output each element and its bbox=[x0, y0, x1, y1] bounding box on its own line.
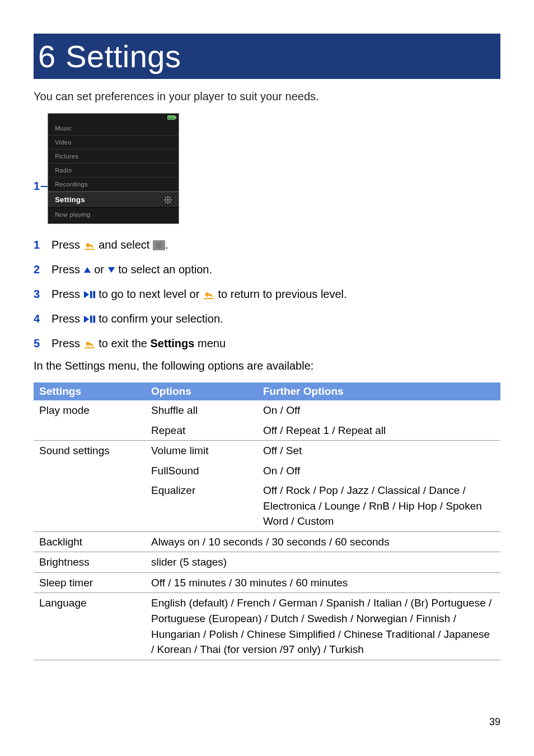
cell-setting: Language bbox=[34, 593, 146, 660]
cell-setting: Sleep timer bbox=[34, 572, 146, 593]
svg-line-5 bbox=[166, 197, 167, 198]
settings-table: Settings Options Further Options Play mo… bbox=[34, 382, 500, 660]
step: 1Press and select . bbox=[34, 236, 500, 253]
battery-icon bbox=[167, 115, 175, 120]
callout-number: 1 bbox=[34, 180, 40, 193]
cell-option: FullSound bbox=[146, 461, 257, 481]
cell-setting: Brightness bbox=[34, 552, 146, 573]
after-steps-text: In the Settings menu, the following opti… bbox=[34, 360, 500, 372]
cell-options-span: Always on / 10 seconds / 30 seconds / 60… bbox=[146, 531, 500, 552]
table-row: Sleep timerOff / 15 minutes / 30 minutes… bbox=[34, 572, 500, 593]
table-header-settings: Settings bbox=[34, 382, 146, 400]
down-triangle-icon bbox=[107, 266, 115, 274]
cell-options-span: slider (5 stages) bbox=[146, 552, 500, 573]
step-number: 2 bbox=[34, 261, 51, 278]
step-text: Press to confirm your selection. bbox=[51, 310, 500, 327]
intro-text: You can set preferences in your player t… bbox=[34, 90, 500, 103]
step: 4Press to confirm your selection. bbox=[34, 310, 500, 327]
cell-option: Equalizer bbox=[146, 480, 257, 531]
table-row: LanguageEnglish (default) / French / Ger… bbox=[34, 593, 500, 660]
step-number: 4 bbox=[34, 310, 51, 327]
play-pause-icon bbox=[83, 290, 96, 299]
menu-item-video: Video bbox=[48, 136, 179, 150]
step-text: Press to exit the Settings menu bbox=[51, 335, 500, 352]
play-pause-icon bbox=[83, 315, 96, 324]
up-triangle-icon bbox=[83, 266, 91, 274]
menu-item-pictures: Pictures bbox=[48, 150, 179, 164]
back-icon bbox=[83, 339, 96, 349]
cell-further: On / Off bbox=[257, 400, 500, 421]
svg-line-7 bbox=[166, 201, 167, 202]
step: 2Press or to select an option. bbox=[34, 261, 500, 278]
gear-icon bbox=[164, 196, 172, 204]
step-text: Press and select . bbox=[51, 236, 500, 253]
step: 3Press to go to next level or to return … bbox=[34, 286, 500, 302]
table-row: RepeatOff / Repeat 1 / Repeat all bbox=[34, 421, 500, 441]
bold-text: Settings bbox=[151, 337, 195, 349]
menu-item-now-playing: Now playing bbox=[48, 208, 179, 223]
device-screenshot-block: 1 Music Video Pictures Radio Recordings … bbox=[34, 113, 534, 224]
svg-point-0 bbox=[167, 199, 169, 201]
cell-setting: Backlight bbox=[34, 531, 146, 552]
cell-options-span: Off / 15 minutes / 30 minutes / 60 minut… bbox=[146, 572, 500, 593]
steps-list: 1Press and select .2Press or to select a… bbox=[34, 236, 500, 352]
cell-setting bbox=[34, 421, 146, 441]
cell-setting: Sound settings bbox=[34, 441, 146, 461]
menu-item-radio: Radio bbox=[48, 164, 179, 178]
menu-item-recordings: Recordings bbox=[48, 178, 179, 192]
cell-option: Shuffle all bbox=[146, 400, 257, 421]
cell-setting bbox=[34, 480, 146, 531]
menu-item-label: Settings bbox=[55, 195, 85, 204]
table-row: FullSoundOn / Off bbox=[34, 461, 500, 481]
chapter-header: 6 Settings bbox=[34, 34, 500, 79]
cell-options-span: English (default) / French / German / Sp… bbox=[146, 593, 500, 660]
step-text: Press to go to next level or to return t… bbox=[51, 286, 500, 302]
cell-option: Repeat bbox=[146, 421, 257, 441]
svg-line-8 bbox=[170, 197, 171, 198]
cell-further: On / Off bbox=[257, 461, 500, 481]
table-row: Play modeShuffle allOn / Off bbox=[34, 400, 500, 421]
table-row: BacklightAlways on / 10 seconds / 30 sec… bbox=[34, 531, 500, 552]
table-header-further: Further Options bbox=[257, 382, 500, 400]
cell-option: Volume limit bbox=[146, 441, 257, 461]
table-row: Sound settingsVolume limitOff / Set bbox=[34, 441, 500, 461]
page-number: 39 bbox=[489, 716, 500, 728]
cell-setting bbox=[34, 461, 146, 481]
table-header-options: Options bbox=[146, 382, 257, 400]
step-number: 5 bbox=[34, 335, 51, 352]
cell-further: Off / Rock / Pop / Jazz / Classical / Da… bbox=[257, 480, 500, 531]
step: 5Press to exit the Settings menu bbox=[34, 335, 500, 352]
chapter-title: Settings bbox=[65, 38, 181, 74]
back-icon bbox=[203, 290, 215, 300]
gear-icon bbox=[153, 240, 165, 250]
device-screen: Music Video Pictures Radio Recordings Se… bbox=[48, 113, 179, 224]
menu-item-settings-selected: Settings bbox=[48, 192, 179, 208]
table-row: EqualizerOff / Rock / Pop / Jazz / Class… bbox=[34, 480, 500, 531]
cell-further: Off / Set bbox=[257, 441, 500, 461]
step-text: Press or to select an option. bbox=[51, 261, 500, 278]
cell-further: Off / Repeat 1 / Repeat all bbox=[257, 421, 500, 441]
callout-tick bbox=[41, 186, 48, 187]
step-number: 1 bbox=[34, 236, 51, 253]
table-row: Brightnessslider (5 stages) bbox=[34, 552, 500, 573]
device-status-bar bbox=[48, 114, 179, 122]
chapter-number: 6 bbox=[38, 38, 55, 74]
step-number: 3 bbox=[34, 286, 51, 302]
menu-item-music: Music bbox=[48, 122, 179, 136]
svg-line-6 bbox=[170, 201, 171, 202]
back-icon bbox=[83, 240, 96, 250]
cell-setting: Play mode bbox=[34, 400, 146, 421]
